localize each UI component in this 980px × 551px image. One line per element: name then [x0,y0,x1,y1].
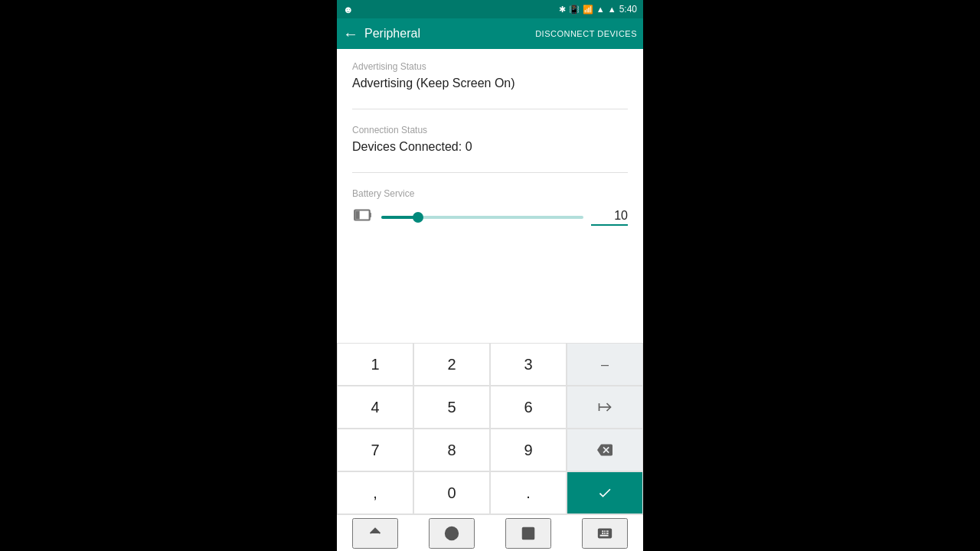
slider-thumb [413,212,423,223]
main-content: Advertising Status Advertising (Keep Scr… [337,49,643,514]
connection-status-section: Connection Status Devices Connected: 0 [352,125,628,154]
battery-row [352,205,628,230]
key-minus[interactable]: – [567,343,643,386]
key-tab[interactable] [567,386,643,429]
key-period[interactable]: . [490,471,567,514]
key-row-1: 1 2 3 – [337,343,643,386]
key-5[interactable]: 5 [413,386,490,429]
divider-2 [352,172,628,173]
advertising-status-section: Advertising Status Advertising (Keep Scr… [352,61,628,90]
status-bar-left: ☻ [343,4,354,15]
battery-slider[interactable] [381,216,583,219]
app-title: Peripheral [364,27,535,41]
bluetooth-icon: ✱ [559,5,566,15]
key-row-2: 4 5 6 [337,386,643,429]
numeric-keyboard: 1 2 3 – 4 5 6 7 [337,343,643,514]
status-time: 5:40 [619,4,637,15]
svg-point-4 [446,527,459,540]
nav-keyboard-button[interactable] [582,518,628,549]
key-backspace[interactable] [567,429,643,471]
nav-home-button[interactable] [429,518,475,549]
nav-back-button[interactable] [352,518,398,549]
nav-bar [337,514,643,551]
advertising-status-label: Advertising Status [352,61,628,72]
connection-status-label: Connection Status [352,125,628,135]
battery-icon [352,205,374,230]
key-6[interactable]: 6 [490,386,567,429]
svg-rect-5 [523,527,534,539]
key-7[interactable]: 7 [337,429,413,471]
scroll-area: Advertising Status Advertising (Keep Scr… [337,49,643,343]
vibrate-icon: 📳 [569,5,580,15]
wifi-icon: 📶 [583,5,593,15]
status-bar-right: ✱ 📳 📶 ▲ ▲ 5:40 [559,4,637,15]
disconnect-button[interactable]: DISCONNECT DEVICES [535,29,637,38]
battery-value-input[interactable] [591,209,628,226]
key-1[interactable]: 1 [337,343,413,386]
key-2[interactable]: 2 [413,343,490,386]
back-button[interactable]: ← [343,25,358,43]
key-4[interactable]: 4 [337,386,413,429]
battery-service-label: Battery Service [352,188,628,199]
key-8[interactable]: 8 [413,429,490,471]
key-comma[interactable]: , [337,471,413,514]
connection-status-value: Devices Connected: 0 [352,140,628,154]
signal-icon: ▲ [596,5,605,14]
android-icon: ☻ [343,4,354,15]
key-row-4: , 0 . [337,471,643,514]
app-bar: ← Peripheral DISCONNECT DEVICES [337,18,643,49]
divider-1 [352,109,628,109]
svg-rect-2 [355,211,359,220]
key-row-3: 7 8 9 [337,429,643,471]
status-bar: ☻ ✱ 📳 📶 ▲ ▲ 5:40 [337,0,643,18]
advertising-status-value: Advertising (Keep Screen On) [352,77,628,90]
key-0[interactable]: 0 [413,471,490,514]
key-confirm[interactable] [567,471,643,514]
key-9[interactable]: 9 [490,429,567,471]
nav-recents-button[interactable] [505,518,551,549]
signal2-icon: ▲ [608,5,616,14]
battery-service-section: Battery Service [352,188,628,230]
key-3[interactable]: 3 [490,343,567,386]
svg-rect-1 [370,213,371,218]
